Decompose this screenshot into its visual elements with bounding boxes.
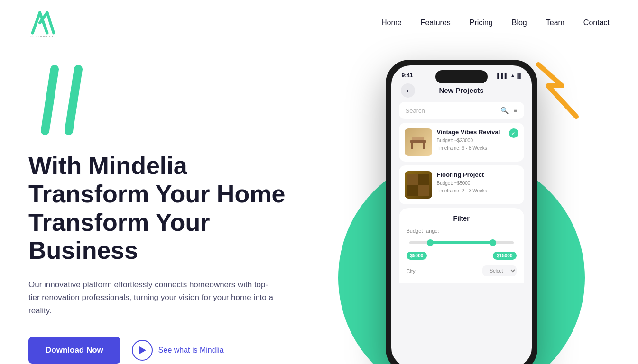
app-header: ‹ New Projects	[391, 82, 532, 98]
logo[interactable]: MINDELIA	[28, 9, 57, 37]
status-time: 9:41	[402, 72, 413, 79]
filter-panel: Filter Budget range: $5000 $15000 Ci	[399, 208, 524, 283]
project-card-1[interactable]: Vintage Vibes Revival Budget: ~$23000 Ti…	[399, 123, 524, 162]
battery-icon: ▓	[517, 73, 521, 78]
project-info-1: Vintage Vibes Revival Budget: ~$23000 Ti…	[437, 128, 504, 152]
svg-rect-13	[418, 185, 429, 196]
screen-title: New Projects	[439, 86, 483, 94]
hero-buttons: Download Now See what is Mindlia	[28, 337, 313, 364]
svg-text:MINDELIA: MINDELIA	[30, 36, 54, 37]
city-label: City:	[407, 268, 417, 274]
logo-svg: MINDELIA	[28, 9, 57, 37]
slider-thumb-right[interactable]	[490, 239, 496, 246]
range-labels: $5000 $15000	[407, 252, 517, 260]
project-name-2: Flooring Project	[437, 171, 518, 178]
filter-title: Filter	[407, 215, 517, 222]
search-bar[interactable]: Search 🔍 ≡	[399, 102, 524, 119]
check-icon-1: ✓	[509, 128, 518, 138]
nav-contact[interactable]: Contact	[583, 18, 610, 27]
range-fill	[430, 241, 493, 244]
project-thumb-1	[405, 128, 432, 156]
nav-team[interactable]: Team	[546, 18, 564, 27]
price-max-badge: $15000	[493, 252, 516, 260]
hero-content: With Mindelia Transform Your Home Transf…	[28, 46, 313, 364]
filter-icon: ≡	[513, 107, 517, 114]
city-row: City: Select	[407, 265, 517, 276]
svg-line-3	[47, 13, 54, 33]
nav-home[interactable]: Home	[381, 18, 402, 27]
search-icons: 🔍 ≡	[500, 107, 517, 114]
play-triangle-icon	[139, 346, 146, 354]
phone-mockup: 9:41 ▌▌▌ ▲ ▓ ‹ New Projects	[386, 60, 537, 364]
svg-rect-9	[423, 143, 425, 149]
navbar: MINDELIA Home Features Pricing Blog Team…	[0, 0, 638, 46]
svg-rect-12	[407, 174, 418, 185]
search-icon: 🔍	[500, 107, 509, 114]
phone-screen: 9:41 ▌▌▌ ▲ ▓ ‹ New Projects	[391, 65, 532, 364]
nav-links: Home Features Pricing Blog Team Contact	[381, 18, 610, 27]
watch-video-link[interactable]: See what is Mindlia	[132, 340, 224, 361]
budget-slider[interactable]	[409, 241, 514, 244]
decorative-lines	[28, 64, 313, 137]
project-info-2: Flooring Project Budget: ~$5000 Timefram…	[437, 171, 518, 195]
budget-range-label: Budget range:	[407, 228, 517, 234]
download-button[interactable]: Download Now	[28, 337, 120, 364]
decorative-svg	[28, 64, 123, 136]
svg-line-5	[45, 69, 55, 131]
price-min-badge: $5000	[407, 252, 427, 260]
project-card-2[interactable]: Flooring Project Budget: ~$5000 Timefram…	[399, 165, 524, 204]
nav-blog[interactable]: Blog	[512, 18, 527, 27]
hero-section: With Mindelia Transform Your Home Transf…	[0, 46, 638, 364]
signal-icon: ▌▌▌	[497, 73, 508, 78]
project-meta-1: Budget: ~$23000 Timeframe: 6 - 8 Weeks	[437, 137, 504, 152]
hero-phone-area: 9:41 ▌▌▌ ▲ ▓ ‹ New Projects	[313, 46, 610, 364]
project-thumb-2	[405, 171, 432, 199]
nav-pricing[interactable]: Pricing	[470, 18, 493, 27]
lightning-decoration	[524, 60, 600, 123]
phone-frame: 9:41 ▌▌▌ ▲ ▓ ‹ New Projects	[386, 60, 537, 364]
project-meta-2: Budget: ~$5000 Timeframe: 2 - 3 Weeks	[437, 180, 518, 195]
hero-description: Our innovative platform effortlessly con…	[28, 278, 275, 317]
search-placeholder: Search	[406, 107, 497, 114]
watch-label: See what is Mindlia	[158, 346, 224, 355]
back-button[interactable]: ‹	[401, 83, 415, 98]
svg-rect-10	[412, 136, 424, 140]
svg-line-6	[69, 69, 78, 131]
wifi-icon: ▲	[510, 73, 516, 78]
svg-rect-16	[418, 174, 418, 195]
status-icons: ▌▌▌ ▲ ▓	[497, 73, 521, 78]
svg-rect-8	[411, 143, 413, 149]
project-name-1: Vintage Vibes Revival	[437, 128, 504, 136]
play-circle-icon	[132, 340, 153, 361]
slider-thumb-left[interactable]	[427, 239, 434, 246]
svg-rect-7	[410, 140, 426, 143]
city-select[interactable]: Select	[482, 265, 517, 276]
hero-title: With Mindelia Transform Your Home Transf…	[28, 152, 313, 265]
nav-features[interactable]: Features	[421, 18, 451, 27]
dynamic-island	[435, 70, 488, 83]
